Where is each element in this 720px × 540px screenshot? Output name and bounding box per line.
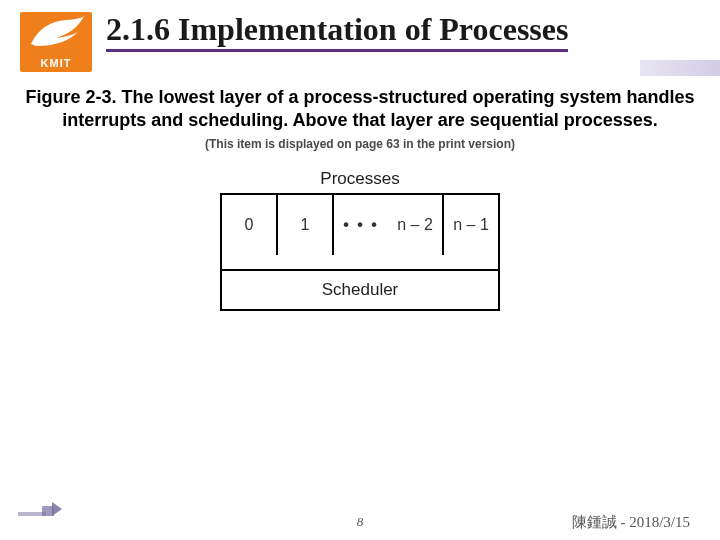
author-date: 陳鍾誠 - 2018/3/15 bbox=[572, 513, 690, 532]
footer-decoration bbox=[18, 502, 62, 516]
processes-label: Processes bbox=[220, 169, 500, 189]
title-block: 2.1.6 Implementation of Processes bbox=[92, 12, 568, 52]
diagram-gap bbox=[220, 255, 500, 269]
slide-title: 2.1.6 Implementation of Processes bbox=[106, 12, 568, 52]
accent-bar bbox=[640, 60, 720, 76]
process-row: 0 1 • • • n – 2 n – 1 bbox=[220, 193, 500, 255]
slide-header: KMIT 2.1.6 Implementation of Processes bbox=[0, 0, 720, 76]
print-version-note: (This item is displayed on page 63 in th… bbox=[0, 133, 720, 151]
process-cell-0: 0 bbox=[222, 195, 278, 255]
scheduler-box: Scheduler bbox=[220, 269, 500, 311]
process-diagram: Processes 0 1 • • • n – 2 n – 1 Schedule… bbox=[220, 169, 500, 311]
process-cell-n-2: n – 2 bbox=[388, 195, 444, 255]
kmit-logo: KMIT bbox=[20, 12, 92, 72]
logo-text: KMIT bbox=[41, 57, 72, 72]
process-cell-1: 1 bbox=[278, 195, 334, 255]
bird-icon bbox=[26, 14, 86, 52]
page-number: 8 bbox=[357, 514, 364, 530]
figure-caption: Figure 2-3. The lowest layer of a proces… bbox=[0, 76, 720, 133]
process-cell-dots: • • • bbox=[334, 195, 388, 255]
process-cell-n-1: n – 1 bbox=[444, 195, 498, 255]
